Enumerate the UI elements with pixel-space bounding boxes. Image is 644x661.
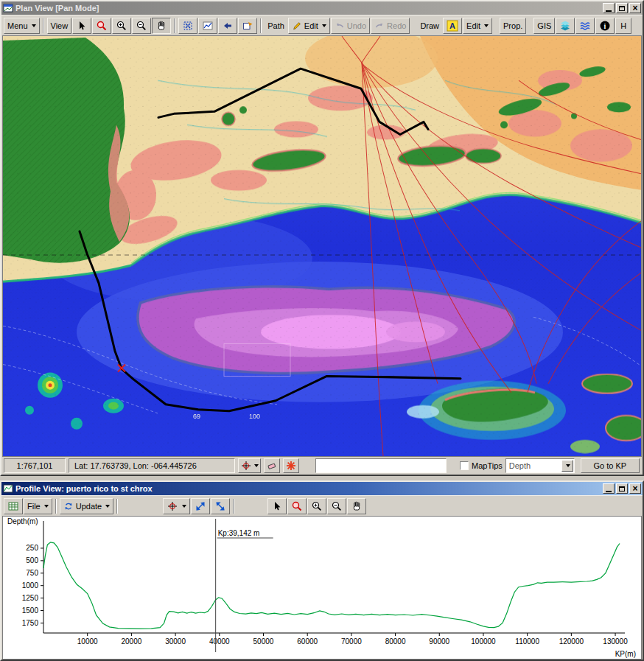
maximize-button[interactable] [616, 483, 628, 494]
menu-button[interactable]: Menu [4, 18, 40, 34]
pencil-icon [292, 21, 302, 31]
x-tick-label: 30000 [165, 637, 186, 646]
bathymetry-button[interactable] [575, 18, 595, 34]
profile-chart-area[interactable]: 2505007501000125015001750100002000030000… [2, 516, 642, 660]
maptips-field-dropdown[interactable]: Depth [505, 458, 575, 473]
path-edit-label: Edit [304, 21, 318, 30]
x-tick-label: 120000 [559, 637, 584, 646]
close-button[interactable]: × [629, 3, 641, 13]
place-marker-button[interactable] [238, 458, 261, 473]
file-menu-button[interactable]: File [24, 498, 52, 514]
properties-button[interactable]: Prop. [500, 18, 526, 34]
refresh-icon [63, 501, 74, 511]
erase-marker-button[interactable] [264, 458, 280, 473]
annotate-a-icon: A [447, 20, 458, 32]
maptips-checkbox[interactable] [460, 461, 469, 470]
map-area[interactable]: 69 100 [2, 35, 642, 457]
separator [174, 18, 175, 33]
zoom-out-button[interactable] [327, 498, 346, 514]
x-tick-label: 40000 [209, 637, 230, 646]
pan-hand-icon [351, 500, 363, 512]
zoom-extents-button[interactable] [178, 18, 197, 34]
maximize-button[interactable] [616, 3, 628, 13]
chevron-down-icon [566, 464, 570, 467]
soundings-texture [3, 36, 641, 456]
zoom-in-button[interactable] [307, 498, 326, 514]
y-tick-label: 1000 [22, 581, 39, 590]
eraser-icon [266, 460, 278, 472]
close-button[interactable]: × [629, 483, 641, 494]
profile-view-window: Profile View: puerto rico to st chrox × … [0, 480, 644, 661]
maptips-label: MapTips [472, 461, 503, 470]
info-button[interactable]: i [595, 18, 615, 34]
annotate-button[interactable]: A [443, 18, 462, 34]
update-button[interactable]: Update [60, 498, 113, 514]
arrow-left-icon [222, 20, 234, 32]
data-table-button[interactable] [4, 498, 23, 514]
highlight-point-button[interactable] [283, 458, 299, 473]
gis-button[interactable]: GIS [533, 18, 555, 34]
menu-label: Menu [7, 21, 28, 30]
plan-view-window-icon [3, 3, 13, 13]
send-view-button[interactable] [238, 18, 257, 34]
file-label: File [27, 502, 41, 511]
pan-tool-button[interactable] [152, 18, 171, 34]
profile-marker-button[interactable] [163, 498, 190, 514]
go-to-kp-button[interactable]: Go to KP [581, 458, 640, 473]
help-label: H [620, 21, 626, 30]
x-tick-label: 130000 [603, 637, 628, 646]
plan-map-canvas[interactable]: 69 100 [3, 36, 641, 456]
expand-corners-icon [214, 500, 226, 512]
chevron-down-icon [322, 24, 326, 27]
path-edit-button[interactable]: Edit [288, 18, 330, 34]
previous-view-button[interactable] [218, 18, 237, 34]
fit-vertical-button[interactable] [211, 498, 230, 514]
waves-icon [579, 20, 591, 32]
info-icon: i [599, 20, 611, 32]
send-view-icon [242, 20, 253, 32]
profile-plot-canvas[interactable]: 2505007501000125015001750100002000030000… [3, 517, 641, 659]
zoom-out-icon [331, 500, 343, 512]
redo-arrow-icon [374, 21, 385, 31]
show-profile-button[interactable] [198, 18, 217, 34]
x-tick-label: 100000 [471, 637, 496, 646]
minimize-button[interactable] [603, 483, 615, 494]
profile-toolbar: File Update [1, 495, 643, 516]
pan-tool-button[interactable] [347, 498, 366, 514]
plan-statusbar: 1:767,101 Lat: 17.763739, Lon: -064.4457… [1, 457, 643, 475]
x-tick-label: 80000 [385, 637, 406, 646]
draw-label: Draw [417, 21, 442, 30]
zoom-window-button[interactable] [92, 18, 111, 34]
dropdown-button[interactable] [561, 460, 573, 472]
chevron-down-icon [484, 24, 489, 27]
plan-view-titlebar[interactable]: Plan View [Pan Mode] × [1, 1, 643, 15]
fit-extents-button[interactable] [191, 498, 210, 514]
view-button[interactable]: View [47, 18, 72, 34]
close-icon: × [632, 4, 637, 12]
select-cursor-button[interactable] [72, 18, 91, 34]
plan-view-title: Plan View [Pan Mode] [15, 4, 601, 13]
gis-layers-button[interactable] [556, 18, 575, 34]
minimize-button[interactable] [603, 3, 615, 13]
undo-arrow-icon [335, 21, 345, 31]
draw-edit-button[interactable]: Edit [463, 18, 492, 34]
zoom-out-button[interactable] [132, 18, 151, 34]
zoom-window-button[interactable] [287, 498, 307, 514]
select-cursor-button[interactable] [267, 498, 287, 514]
help-button[interactable]: H [615, 18, 631, 34]
x-tick-label: 70000 [341, 637, 362, 646]
update-label: Update [76, 502, 102, 511]
cursor-arrow-icon [271, 500, 283, 512]
zoom-in-icon [116, 20, 127, 32]
table-icon [7, 500, 19, 512]
separator [43, 18, 44, 33]
undo-button[interactable]: Undo [331, 18, 370, 34]
command-input[interactable] [315, 458, 447, 473]
y-tick-label: 1250 [22, 594, 39, 602]
redo-button[interactable]: Redo [371, 18, 410, 34]
minimize-icon [606, 491, 612, 492]
y-tick-label: 1750 [22, 619, 39, 627]
profile-view-titlebar[interactable]: Profile View: puerto rico to st chrox × [1, 482, 643, 495]
zoom-in-button[interactable] [112, 18, 131, 34]
crosshair-icon [240, 460, 252, 472]
